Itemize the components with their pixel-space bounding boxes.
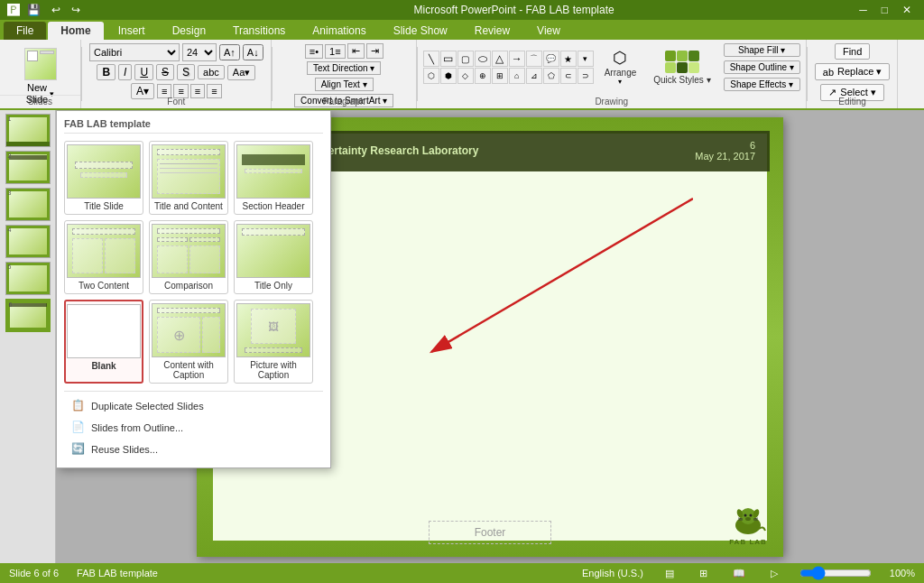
shape-rounded-rect[interactable]: ▢ [457, 51, 474, 67]
tab-insert[interactable]: Insert [106, 22, 158, 40]
tab-design[interactable]: Design [160, 22, 218, 40]
layout-comparison-label: Comparison [164, 281, 213, 291]
window-maximize[interactable]: □ [876, 4, 893, 16]
tab-review[interactable]: Review [462, 22, 522, 40]
bullets-btn[interactable]: ≡• [305, 44, 323, 59]
shape-s2[interactable]: ⬢ [440, 68, 457, 84]
font-size-select[interactable]: 24 [182, 43, 217, 61]
shape-effects-btn[interactable]: Shape Effects ▾ [724, 78, 800, 91]
shape-rect[interactable]: ▭ [440, 51, 457, 67]
arrange-btn[interactable]: ⬡ Arrange ▾ [596, 45, 645, 90]
slide-thumb-4[interactable]: 4 [5, 225, 51, 258]
shape-triangle[interactable]: △ [492, 51, 508, 67]
text-direction-btn[interactable]: Text Direction ▾ [307, 61, 381, 75]
replace-btn[interactable]: abReplace ▾ [815, 63, 891, 80]
drawing-section-label: Drawing [418, 97, 806, 106]
shape-connector[interactable]: ⌒ [526, 51, 542, 67]
panel-menu: 📋 Duplicate Selected Slides 📄 Slides fro… [64, 391, 323, 460]
window-close[interactable]: ✕ [897, 4, 917, 16]
layout-title-content-label: Title and Content [154, 201, 223, 211]
underline-btn[interactable]: U [134, 64, 153, 80]
footer-box: Footer [429, 521, 552, 544]
slide-date: May 21, 2017 [695, 151, 755, 162]
shape-s7[interactable]: ⊿ [526, 68, 542, 84]
change-case-btn[interactable]: Aa▾ [227, 65, 255, 80]
shape-star[interactable]: ★ [560, 51, 577, 67]
font-family-select[interactable]: Calibri [89, 43, 180, 61]
shape-fill-btn[interactable]: Shape Fill ▾ [724, 43, 800, 57]
layout-content-caption-label: Content with Caption [152, 360, 225, 380]
shapes-more-btn[interactable]: ▾ [578, 51, 594, 67]
numbering-btn[interactable]: 1≡ [325, 44, 346, 59]
shape-oval[interactable]: ⬭ [475, 51, 491, 67]
shape-line[interactable]: ╲ [423, 51, 439, 67]
layout-title-only[interactable]: Title Only [234, 220, 313, 294]
tab-view[interactable]: View [524, 22, 573, 40]
app-icon: 🅿 [7, 3, 20, 17]
align-text-btn[interactable]: Align Text ▾ [315, 78, 374, 91]
shape-s10[interactable]: ⊃ [578, 68, 594, 84]
menu-reuse-slides[interactable]: 🔄 Reuse Slides... [64, 439, 323, 460]
window-minimize[interactable]: ─ [854, 4, 873, 16]
menu-duplicate[interactable]: 📋 Duplicate Selected Slides [64, 395, 323, 417]
quick-styles-btn[interactable]: Quick Styles ▾ [647, 46, 716, 89]
decrease-indent-btn[interactable]: ⇤ [347, 43, 365, 59]
layout-blank-label: Blank [91, 361, 116, 371]
view-normal-btn[interactable]: ▤ [661, 568, 678, 579]
layout-comparison[interactable]: Comparison [149, 220, 228, 294]
undo-btn[interactable]: ↩ [48, 4, 64, 16]
slide-thumb-1[interactable]: 1 [5, 114, 51, 147]
shadow-btn[interactable]: S [177, 64, 195, 80]
svg-line-1 [431, 199, 693, 352]
layout-two-content[interactable]: Two Content [64, 220, 143, 294]
shape-s9[interactable]: ⊂ [560, 68, 577, 84]
redo-btn[interactable]: ↪ [68, 4, 84, 16]
menu-slides-outline[interactable]: 📄 Slides from Outline... [64, 417, 323, 439]
slide-canvas-area: ⬡ ⬡ Knowledge and Uncertainty Research L… [56, 110, 924, 563]
slide-thumb-6[interactable]: 6 [5, 299, 51, 332]
italic-btn[interactable]: I [118, 64, 132, 80]
increase-font-btn[interactable]: A↑ [219, 44, 240, 60]
bold-btn[interactable]: B [97, 64, 116, 80]
find-btn[interactable]: Find [835, 43, 870, 60]
shape-outline-btn[interactable]: Shape Outline ▾ [724, 60, 800, 74]
font-section-label: Font [82, 97, 271, 106]
strikethrough-btn[interactable]: S [156, 64, 174, 80]
tab-animations[interactable]: Animations [300, 22, 378, 40]
tab-file[interactable]: File [4, 22, 46, 40]
view-reading-btn[interactable]: 📖 [729, 568, 749, 579]
slide-thumb-3[interactable]: 3 [5, 188, 51, 221]
tab-slideshow[interactable]: Slide Show [381, 22, 460, 40]
view-slideshow-btn[interactable]: ▷ [767, 568, 781, 579]
shape-s5[interactable]: ⊞ [492, 68, 508, 84]
shape-s4[interactable]: ⊕ [475, 68, 491, 84]
decrease-font-btn[interactable]: A↓ [243, 44, 263, 60]
tab-transitions[interactable]: Transitions [220, 22, 298, 40]
char-spacing-btn[interactable]: abc [198, 65, 225, 79]
increase-indent-btn[interactable]: ⇥ [366, 43, 383, 59]
layout-title-only-label: Title Only [254, 281, 292, 291]
save-btn[interactable]: 💾 [23, 4, 44, 16]
slide-info: Slide 6 of 6 [9, 568, 59, 578]
layout-content-caption[interactable]: ⊕ Content with Caption [149, 300, 228, 384]
slide-thumb-2[interactable]: 2 [5, 151, 51, 184]
shape-s1[interactable]: ⬡ [423, 68, 439, 84]
layout-title-content[interactable]: Title and Content [149, 141, 228, 215]
layout-section-header[interactable]: Section Header [234, 141, 313, 215]
outline-label: Slides from Outline... [91, 422, 183, 433]
zoom-slider[interactable] [799, 566, 872, 580]
layout-blank[interactable]: Blank [64, 300, 143, 384]
red-arrow [377, 190, 693, 370]
shape-arrow[interactable]: → [509, 51, 525, 67]
shape-s3[interactable]: ◇ [457, 68, 474, 84]
layout-section-header-label: Section Header [243, 201, 305, 211]
shape-s8[interactable]: ⬠ [543, 68, 559, 84]
slide-footer-area: Footer [210, 521, 770, 544]
shape-s6[interactable]: ⌂ [509, 68, 525, 84]
slide-thumb-5[interactable]: 5 [5, 262, 51, 295]
shape-callout[interactable]: 💬 [543, 51, 559, 67]
layout-picture-caption[interactable]: 🖼 Picture with Caption [234, 300, 313, 384]
view-slide-sorter-btn[interactable]: ⊞ [696, 568, 711, 579]
layout-title-slide[interactable]: Title Slide [64, 141, 143, 215]
tab-home[interactable]: Home [48, 22, 103, 40]
